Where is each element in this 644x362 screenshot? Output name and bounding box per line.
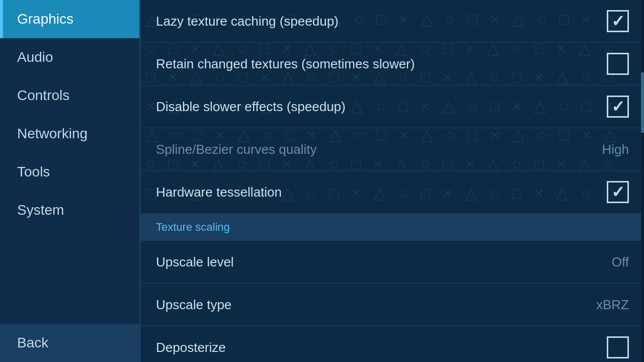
sidebar-label-system: System <box>17 202 64 218</box>
sidebar-item-tools[interactable]: Tools <box>0 153 139 191</box>
setting-row-lazy-texture[interactable]: Lazy texture caching (speedup) <box>141 0 644 43</box>
scrollbar[interactable] <box>641 0 644 362</box>
section-texture-scaling-label: Texture scaling <box>156 221 230 233</box>
sidebar-label-audio: Audio <box>17 49 53 65</box>
sidebar-label-networking: Networking <box>17 126 88 141</box>
setting-row-retain-textures[interactable]: Retain changed textures (sometimes slowe… <box>141 43 644 85</box>
setting-label-upscale-type: Upscale type <box>156 297 231 313</box>
main-content: △ ○ □ × △ ○ □ × △ ○ □ × △ ○ □ × △ ○ □ × … <box>141 0 644 362</box>
sidebar-item-audio[interactable]: Audio <box>0 38 139 76</box>
setting-row-upscale-type[interactable]: Upscale type xBRZ <box>141 284 644 326</box>
checkbox-deposterize[interactable] <box>607 336 629 358</box>
setting-row-upscale-level[interactable]: Upscale level Off <box>141 241 644 284</box>
checkbox-retain-textures[interactable] <box>607 53 629 75</box>
sidebar-back-label: Back <box>17 335 48 350</box>
setting-row-disable-effects[interactable]: Disable slower effects (speedup) <box>141 85 644 128</box>
setting-label-disable-effects: Disable slower effects (speedup) <box>156 99 346 115</box>
setting-row-deposterize[interactable]: Deposterize <box>141 326 644 362</box>
sidebar-label-graphics: Graphics <box>17 11 73 27</box>
sidebar-label-tools: Tools <box>17 164 50 179</box>
sidebar-back-button[interactable]: Back <box>0 324 139 362</box>
sidebar-item-networking[interactable]: Networking <box>0 115 139 153</box>
settings-list[interactable]: Lazy texture caching (speedup) Retain ch… <box>141 0 644 362</box>
sidebar-item-controls[interactable]: Controls <box>0 76 139 115</box>
checkbox-tessellation[interactable] <box>607 181 629 203</box>
setting-row-spline-bezier[interactable]: Spline/Bezier curves quality High <box>141 128 644 171</box>
setting-row-tessellation[interactable]: Hardware tessellation <box>141 171 644 214</box>
checkbox-disable-effects[interactable] <box>607 96 629 118</box>
setting-value-spline-bezier: High <box>602 142 629 157</box>
setting-value-upscale-level: Off <box>612 254 629 270</box>
setting-label-retain-textures: Retain changed textures (sometimes slowe… <box>156 56 415 72</box>
setting-label-tessellation: Hardware tessellation <box>156 185 282 200</box>
scrollbar-thumb[interactable] <box>641 72 644 133</box>
sidebar-item-graphics[interactable]: Graphics <box>0 0 139 38</box>
setting-label-spline-bezier: Spline/Bezier curves quality <box>156 142 316 157</box>
setting-value-upscale-type: xBRZ <box>596 297 629 313</box>
setting-label-lazy-texture: Lazy texture caching (speedup) <box>156 14 339 29</box>
setting-label-upscale-level: Upscale level <box>156 254 234 270</box>
sidebar-item-system[interactable]: System <box>0 191 139 229</box>
sidebar: Graphics Audio Controls Networking Tools… <box>0 0 141 362</box>
setting-label-deposterize: Deposterize <box>156 340 226 355</box>
section-texture-scaling: Texture scaling <box>141 214 644 241</box>
sidebar-spacer <box>0 229 139 324</box>
sidebar-label-controls: Controls <box>17 87 69 103</box>
checkbox-lazy-texture[interactable] <box>607 10 629 32</box>
